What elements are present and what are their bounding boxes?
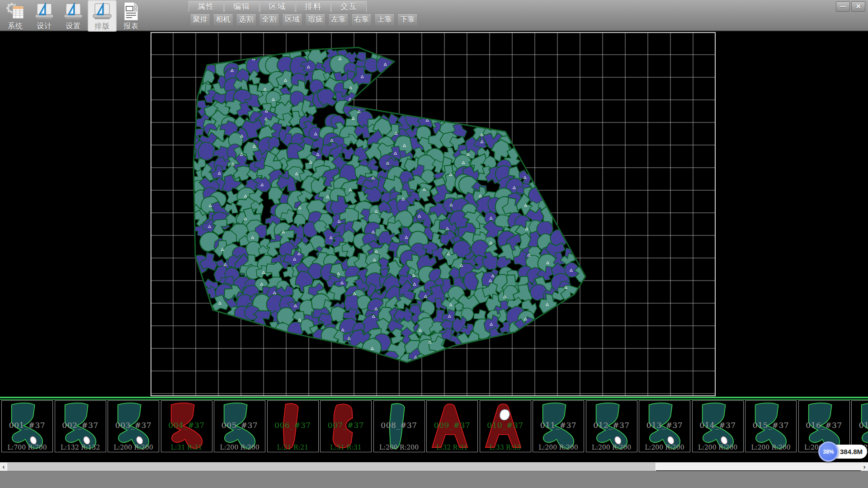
piece-id-label: 017_#37	[852, 421, 868, 430]
app-mode-buttons: 系统 设计 设置 排版 报表	[1, 0, 146, 32]
menu-tab[interactable]: 区域	[260, 1, 295, 12]
piece-id-label: 004_#37	[161, 421, 212, 430]
piece-id-label: 008_#37	[374, 421, 425, 430]
piece-lr-count: L:200 R:200	[533, 444, 584, 451]
tool-button[interactable]: 右靠	[351, 14, 372, 26]
app-button-设计[interactable]: 设计	[30, 0, 59, 32]
piece-id-label: 010_#37	[480, 421, 531, 430]
scroll-left-arrow-icon[interactable]: ‹	[0, 463, 7, 471]
tool-button[interactable]: 全割	[259, 14, 279, 26]
piece-id-label: 001_#37	[2, 421, 52, 430]
strip-separator-line	[0, 397, 868, 398]
piece-id-label: 011_#37	[533, 421, 584, 430]
memory-usage-value: 384.8M	[840, 448, 863, 455]
piece-id-label: 003_#37	[108, 421, 159, 430]
menu-tab-row: 属性编辑区域排料交互	[189, 1, 367, 12]
piece-thumbnail[interactable]: 005_#37 L:200 R:200	[214, 400, 265, 452]
tool-button[interactable]: 区域	[282, 14, 302, 26]
piece-lr-count: L:21 R:21	[268, 444, 318, 451]
piece-thumbnail[interactable]: 007_#37 L:31 R:31	[320, 400, 372, 452]
piece-lr-count: L:33 R:33	[480, 444, 531, 451]
minimize-button[interactable]: —	[836, 1, 850, 12]
piece-thumbnail[interactable]: 006_#37 L:21 R:21	[267, 400, 319, 452]
application-window: 系统 设计 设置 排版 报表 属性编辑区域排料交互 聚排相机选割全割区域瑕疵左靠…	[0, 0, 868, 488]
tool-button[interactable]: 下靠	[397, 14, 418, 26]
piece-lr-count: L:200 R:200	[745, 444, 796, 451]
menu-tab[interactable]: 编辑	[224, 1, 259, 12]
app-button-label: 报表	[123, 22, 139, 31]
piece-id-label: 016_#37	[799, 421, 849, 430]
report-document-icon	[122, 2, 140, 21]
piece-thumbnail[interactable]: 003_#37 L:200 R:200	[108, 400, 159, 452]
app-button-报表[interactable]: 报表	[117, 0, 146, 32]
menu-tab[interactable]: 排料	[296, 1, 331, 12]
piece-thumbnail[interactable]: 002_#37 L:132 R:132	[55, 400, 106, 452]
piece-lr-count: L:200 R:200	[214, 444, 265, 451]
app-button-label: 排版	[94, 22, 110, 31]
tool-button[interactable]: 上靠	[374, 14, 395, 26]
tool-button[interactable]: 选割	[236, 14, 256, 26]
piece-thumbnail[interactable]: 008_#37 L:200 R:200	[373, 400, 425, 452]
status-bar	[0, 471, 868, 488]
menu-tab[interactable]: 交互	[331, 1, 367, 12]
ruler-screen-icon	[34, 2, 55, 20]
piece-thumbnail[interactable]: 012_#37 L:200 R:200	[586, 400, 637, 452]
piece-thumbnail[interactable]: 010_#37 L:33 R:33	[480, 400, 531, 452]
progress-percent-value: 38%	[823, 449, 834, 455]
piece-id-label: 015_#37	[745, 421, 796, 430]
piece-lr-count: L:32 R:31	[427, 444, 477, 451]
piece-thumbnail[interactable]: 004_#37 L:31 R:31	[161, 400, 212, 452]
piece-id-label: 002_#37	[55, 421, 106, 430]
piece-id-label: 006_#37	[268, 421, 318, 430]
tool-button[interactable]: 左靠	[328, 14, 349, 26]
piece-lr-count: L:200 R:200	[108, 444, 159, 451]
close-button[interactable]: ✕	[851, 1, 865, 12]
tool-button[interactable]: 聚排	[190, 14, 210, 26]
piece-id-label: 009_#37	[427, 421, 477, 430]
system-gear-icon	[5, 2, 26, 21]
piece-thumbnail[interactable]: 011_#37 L:200 R:200	[533, 400, 584, 452]
piece-lr-count: L:132 R:132	[55, 444, 106, 451]
piece-lr-count: L:200 R:200	[639, 444, 690, 451]
progress-percent-badge[interactable]: 38%	[818, 441, 839, 462]
piece-lr-count: L:200 R:200	[586, 444, 637, 451]
app-button-label: 设计	[37, 22, 52, 31]
app-button-排版[interactable]: 排版	[88, 0, 117, 32]
main-toolbar: 系统 设计 设置 排版 报表 属性编辑区域排料交互 聚排相机选割全割区域瑕疵左靠…	[0, 0, 868, 32]
tool-button[interactable]: 相机	[213, 14, 233, 26]
nesting-canvas-viewport[interactable]	[151, 32, 716, 396]
piece-id-label: 012_#37	[586, 421, 637, 430]
app-button-设置[interactable]: 设置	[59, 0, 88, 32]
menu-tab[interactable]: 属性	[189, 1, 224, 12]
app-button-系统[interactable]: 系统	[1, 0, 30, 32]
tool-button-row: 聚排相机选割全割区域瑕疵左靠右靠上靠下靠	[190, 14, 420, 26]
piece-id-label: 005_#37	[214, 421, 265, 430]
nesting-layout-drawing	[151, 32, 716, 396]
piece-thumbnail[interactable]: 001_#37 L:700 R:700	[1, 400, 53, 452]
piece-thumbnail[interactable]: 015_#37 L:200 R:200	[745, 400, 797, 452]
horizontal-scrollbar[interactable]: ‹ ›	[0, 462, 868, 470]
strip-separator-line-2	[0, 399, 868, 400]
scrollbar-thumb[interactable]	[7, 463, 656, 471]
piece-thumbnail-strip: 001_#37 L:700 R:700 002_#37 L:132 R:132 …	[0, 400, 868, 452]
piece-id-label: 014_#37	[693, 421, 743, 430]
app-button-label: 设置	[66, 22, 81, 31]
scroll-right-arrow-icon[interactable]: ›	[861, 463, 868, 471]
piece-lr-count: L:31 R:31	[161, 444, 212, 451]
piece-lr-count: L:31 R:31	[321, 444, 371, 451]
piece-lr-count: L:200 R:200	[693, 444, 743, 451]
tool-button[interactable]: 瑕疵	[305, 14, 326, 26]
piece-lr-count: L:200 R:200	[374, 444, 425, 451]
app-button-label: 系统	[8, 22, 23, 31]
piece-id-label: 007_#37	[321, 421, 371, 430]
ruler-screen-icon	[63, 2, 84, 20]
ruler-screen-icon	[92, 2, 113, 20]
window-controls: — ✕	[836, 1, 865, 12]
piece-thumbnail[interactable]: 009_#37 L:32 R:31	[426, 400, 478, 452]
piece-thumbnail[interactable]: 013_#37 L:200 R:200	[639, 400, 690, 452]
piece-lr-count: L:700 R:700	[2, 444, 52, 451]
piece-thumbnail[interactable]: 014_#37 L:200 R:200	[692, 400, 744, 452]
piece-id-label: 013_#37	[639, 421, 690, 430]
